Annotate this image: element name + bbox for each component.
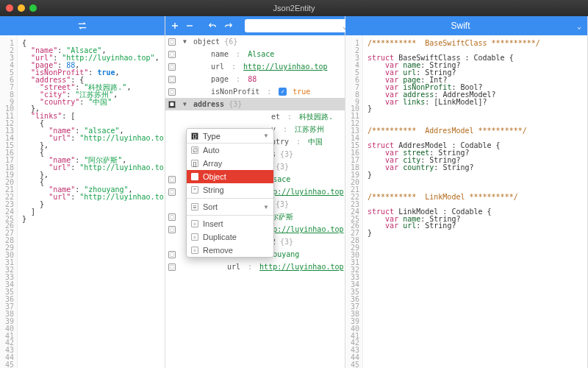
undo-icon[interactable] [208, 21, 217, 31]
menu-header: {} Type ▼ [187, 129, 273, 144]
language-dropdown-icon[interactable]: ⌄ [577, 22, 581, 30]
mid-toolbar: ⌄ [165, 16, 345, 35]
tree-row[interactable]: ⬚name:Alsace [165, 48, 345, 60]
window-title: Json2Entity [0, 4, 588, 13]
swift-code: /********** BaseSwiftClass **********/ s… [363, 35, 587, 368]
swap-icon[interactable] [77, 21, 87, 31]
expand-all-icon[interactable] [171, 21, 179, 31]
menu-action-insert[interactable]: ▫Insert [187, 217, 273, 230]
menu-item-object[interactable]: {}Object [187, 170, 273, 183]
tree-row[interactable]: ■▼address {3} [165, 98, 345, 110]
tree-pane: ⌄ {} Type ▼ ∅Auto[]Array{}Object"String … [165, 16, 345, 368]
language-selector-label[interactable]: Swift [351, 21, 570, 31]
tree-row[interactable]: et:科技园路. [165, 110, 345, 123]
json-editor[interactable]: 1234567891011121314151617181920212223242… [0, 35, 165, 368]
tree-row[interactable]: ⬚url:http://luyinhao.top [165, 261, 345, 273]
tree-row[interactable]: ⬚▼object {6} [165, 35, 345, 48]
tree-row[interactable]: ⬚isNonProfit:✓true [165, 85, 345, 98]
swift-gutter: 1234567891011121314151617181920212223242… [345, 35, 363, 368]
redo-icon[interactable] [224, 21, 233, 31]
menu-sort[interactable]: ≡Sort ▼ [187, 200, 273, 213]
menu-item-array[interactable]: []Array [187, 157, 273, 170]
menu-item-string[interactable]: "String [187, 183, 273, 197]
right-toolbar[interactable]: Swift ⌄ [345, 16, 587, 35]
collapse-all-icon[interactable] [186, 21, 193, 31]
json-code[interactable]: { "name": "Alsace", "url": "http://luyin… [18, 35, 165, 368]
json-gutter: 1234567891011121314151617181920212223242… [0, 35, 18, 368]
tree-row[interactable]: ⬚page:88 [165, 73, 345, 85]
swift-editor[interactable]: 1234567891011121314151617181920212223242… [345, 35, 587, 368]
output-pane: Swift ⌄ 12345678910111213141516171819202… [345, 16, 588, 368]
menu-action-duplicate[interactable]: ▫Duplicate [187, 230, 273, 244]
search-box[interactable]: ⌄ [245, 19, 351, 32]
tree-row[interactable]: ⬚url:http://luyinhao.top [165, 60, 345, 73]
menu-action-remove[interactable]: ▫Remove [187, 244, 273, 257]
app-body: 1234567891011121314151617181920212223242… [0, 16, 588, 368]
json-source-pane: 1234567891011121314151617181920212223242… [0, 16, 165, 368]
json-tree[interactable]: {} Type ▼ ∅Auto[]Array{}Object"String ≡S… [165, 35, 345, 368]
menu-item-auto[interactable]: ∅Auto [187, 144, 273, 157]
left-toolbar [0, 16, 165, 35]
type-context-menu[interactable]: {} Type ▼ ∅Auto[]Array{}Object"String ≡S… [186, 128, 274, 258]
search-input[interactable] [249, 22, 343, 30]
window-titlebar: Json2Entity [0, 0, 588, 16]
